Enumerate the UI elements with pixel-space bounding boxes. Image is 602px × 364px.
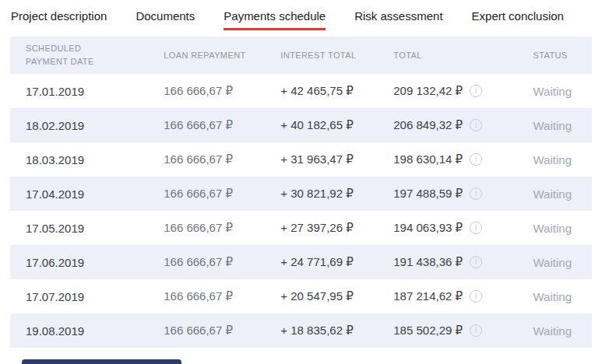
interest-total-cell: + 42 465,75 ₽ xyxy=(280,84,393,98)
total-value: 194 063,93 ₽ xyxy=(393,221,463,235)
status-badge: Waiting xyxy=(533,153,592,166)
total-cell: 194 063,93 ₽ i xyxy=(393,221,533,235)
column-header-total: Total xyxy=(393,51,533,60)
scheduled-payment-date-cell: 17.05.2019 xyxy=(10,222,164,235)
loan-repayment-cell: 166 666,67 ₽ xyxy=(164,152,280,166)
scheduled-payment-date-cell: 19.08.2019 xyxy=(10,324,164,338)
status-badge: Waiting xyxy=(533,187,592,201)
status-badge: Waiting xyxy=(533,222,592,235)
tab-risk-assessment[interactable]: Risk assessment xyxy=(354,9,442,30)
scheduled-payment-date-cell: 18.02.2019 xyxy=(10,119,164,132)
tab-documents[interactable]: Documents xyxy=(136,9,195,30)
total-cell: 209 132,42 ₽ i xyxy=(393,84,533,98)
interest-total-cell: + 40 182,65 ₽ xyxy=(280,118,393,132)
status-badge: Waiting xyxy=(533,85,592,98)
info-icon[interactable]: i xyxy=(470,324,482,337)
interest-total-cell: + 18 835,62 ₽ xyxy=(280,324,393,338)
info-icon[interactable]: i xyxy=(470,85,482,97)
total-value: 209 132,42 ₽ xyxy=(393,84,463,98)
tab-bar: Project description Documents Payments s… xyxy=(0,0,602,30)
interest-total-cell: + 31 963,47 ₽ xyxy=(280,152,393,166)
scheduled-payment-date-cell: 18.03.2019 xyxy=(10,153,164,166)
table-header-row: Scheduled payment date Loan repayment In… xyxy=(10,37,592,74)
table-body: 17.01.2019 166 666,67 ₽ + 42 465,75 ₽ 20… xyxy=(10,74,592,348)
loan-repayment-cell: 166 666,67 ₽ xyxy=(164,187,280,201)
scheduled-payment-date-cell: 17.07.2019 xyxy=(10,290,164,303)
status-badge: Waiting xyxy=(533,256,592,269)
interest-total-cell: + 20 547,95 ₽ xyxy=(280,289,393,303)
total-cell: 197 488,59 ₽ i xyxy=(393,187,533,201)
loan-repayment-cell: 166 666,67 ₽ xyxy=(164,84,280,98)
total-value: 185 502,29 ₽ xyxy=(393,324,463,338)
table-row: 17.01.2019 166 666,67 ₽ + 42 465,75 ₽ 20… xyxy=(10,74,592,108)
tab-project-description[interactable]: Project description xyxy=(11,9,107,30)
interest-total-cell: + 27 397,26 ₽ xyxy=(280,221,393,235)
loan-repayment-cell: 166 666,67 ₽ xyxy=(164,255,280,269)
table-row: 17.05.2019 166 666,67 ₽ + 27 397,26 ₽ 19… xyxy=(10,211,592,245)
info-icon[interactable]: i xyxy=(470,153,482,166)
total-value: 197 488,59 ₽ xyxy=(393,187,463,201)
total-cell: 187 214,62 ₽ i xyxy=(393,289,533,303)
total-cell: 198 630,14 ₽ i xyxy=(393,152,533,166)
column-header-status: Status xyxy=(533,51,592,60)
scheduled-payment-date-cell: 17.04.2019 xyxy=(10,187,164,201)
column-header-scheduled-payment-date: Scheduled payment date xyxy=(10,42,164,68)
loan-repayment-cell: 166 666,67 ₽ xyxy=(164,289,280,303)
total-value: 191 438,36 ₽ xyxy=(393,255,463,269)
table-row: 19.08.2019 166 666,67 ₽ + 18 835,62 ₽ 18… xyxy=(10,313,592,348)
table-row: 17.06.2019 166 666,67 ₽ + 24 771,69 ₽ 19… xyxy=(10,245,592,279)
info-icon[interactable]: i xyxy=(470,119,482,131)
info-icon[interactable]: i xyxy=(470,187,482,200)
loan-repayment-cell: 166 666,67 ₽ xyxy=(164,221,280,235)
tab-payments-schedule[interactable]: Payments schedule xyxy=(224,9,326,30)
total-cell: 185 502,29 ₽ i xyxy=(393,324,533,338)
status-badge: Waiting xyxy=(533,290,592,303)
table-row: 17.07.2019 166 666,67 ₽ + 20 547,95 ₽ 18… xyxy=(10,279,592,313)
status-badge: Waiting xyxy=(533,324,592,338)
loan-repayment-cell: 166 666,67 ₽ xyxy=(164,324,280,338)
info-icon[interactable]: i xyxy=(470,222,482,234)
interest-total-cell: + 30 821,92 ₽ xyxy=(280,187,393,201)
info-icon[interactable]: i xyxy=(470,290,482,303)
total-cell: 191 438,36 ₽ i xyxy=(393,255,533,269)
total-value: 206 849,32 ₽ xyxy=(393,118,463,132)
status-badge: Waiting xyxy=(533,119,592,132)
tab-expert-conclusion[interactable]: Expert conclusion xyxy=(472,9,564,30)
total-value: 187 214,62 ₽ xyxy=(393,289,463,303)
column-header-loan-repayment: Loan repayment xyxy=(164,51,280,60)
table-row: 18.03.2019 166 666,67 ₽ + 31 963,47 ₽ 19… xyxy=(10,142,592,177)
table-row: 17.04.2019 166 666,67 ₽ + 30 821,92 ₽ 19… xyxy=(10,177,592,211)
loan-repayment-cell: 166 666,67 ₽ xyxy=(164,118,280,132)
scheduled-payment-date-cell: 17.01.2019 xyxy=(10,85,164,98)
total-cell: 206 849,32 ₽ i xyxy=(393,118,533,132)
column-header-interest-total: Interest total xyxy=(280,51,393,60)
table-row: 18.02.2019 166 666,67 ₽ + 40 182,65 ₽ 20… xyxy=(10,108,592,142)
interest-total-cell: + 24 771,69 ₽ xyxy=(280,255,393,269)
bottom-button-partial[interactable] xyxy=(22,359,181,364)
scheduled-payment-date-cell: 17.06.2019 xyxy=(10,256,164,269)
payments-schedule-table: Scheduled payment date Loan repayment In… xyxy=(10,37,592,348)
total-value: 198 630,14 ₽ xyxy=(393,152,463,166)
info-icon[interactable]: i xyxy=(470,256,482,268)
